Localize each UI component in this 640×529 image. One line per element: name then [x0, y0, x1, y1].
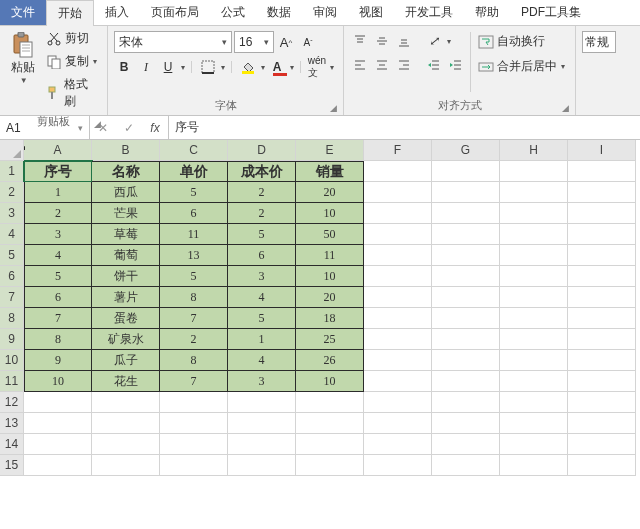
chevron-down-icon[interactable]: ▾ [181, 63, 185, 72]
cell[interactable] [364, 182, 432, 203]
cell[interactable] [568, 161, 636, 182]
paste-button[interactable]: 粘贴 ▼ [6, 28, 41, 88]
cell[interactable]: 1 [228, 329, 296, 350]
cell[interactable] [500, 350, 568, 371]
cell[interactable] [160, 434, 228, 455]
cell[interactable]: 4 [24, 245, 92, 266]
row-header[interactable]: 2 [0, 182, 24, 203]
cell[interactable] [432, 203, 500, 224]
cell[interactable]: 蛋卷 [92, 308, 160, 329]
increase-font-button[interactable]: A^ [276, 32, 296, 52]
align-right-button[interactable] [394, 55, 414, 75]
tab-page-layout[interactable]: 页面布局 [140, 0, 210, 25]
row-header[interactable]: 13 [0, 413, 24, 434]
cell[interactable] [24, 455, 92, 476]
cell[interactable]: 薯片 [92, 287, 160, 308]
cell[interactable] [92, 413, 160, 434]
cell[interactable] [432, 266, 500, 287]
number-format-combo[interactable]: 常规 [582, 31, 616, 53]
copy-button[interactable]: 复制 ▾ [43, 51, 101, 72]
cell[interactable]: 10 [24, 371, 92, 392]
cell[interactable] [432, 329, 500, 350]
cell[interactable] [432, 245, 500, 266]
cell[interactable] [364, 434, 432, 455]
cell[interactable]: 7 [160, 371, 228, 392]
cell[interactable] [500, 287, 568, 308]
accept-formula-button[interactable]: ✓ [116, 121, 142, 135]
cell[interactable]: 芒果 [92, 203, 160, 224]
tab-formulas[interactable]: 公式 [210, 0, 256, 25]
column-header[interactable]: I [568, 140, 636, 161]
cell[interactable] [432, 434, 500, 455]
cell[interactable]: 8 [160, 287, 228, 308]
cell[interactable] [500, 392, 568, 413]
cell[interactable]: 1 [24, 182, 92, 203]
row-header[interactable]: 5 [0, 245, 24, 266]
cell[interactable]: 10 [296, 266, 364, 287]
cell[interactable]: 8 [24, 329, 92, 350]
cell[interactable] [568, 329, 636, 350]
column-header[interactable]: G [432, 140, 500, 161]
cell[interactable] [500, 182, 568, 203]
cell[interactable]: 6 [228, 245, 296, 266]
cell[interactable]: 3 [228, 371, 296, 392]
cell[interactable] [500, 308, 568, 329]
cell[interactable]: 6 [160, 203, 228, 224]
cell[interactable] [364, 224, 432, 245]
cell[interactable] [228, 455, 296, 476]
increase-indent-button[interactable] [446, 55, 466, 75]
cell[interactable] [500, 161, 568, 182]
font-size-combo[interactable]: 16▾ [234, 31, 274, 53]
cell[interactable] [228, 413, 296, 434]
chevron-down-icon[interactable]: ▾ [447, 37, 451, 46]
format-painter-button[interactable]: 格式刷 [43, 74, 101, 112]
cell[interactable] [568, 245, 636, 266]
column-header[interactable]: D [228, 140, 296, 161]
cell[interactable]: 4 [228, 287, 296, 308]
formula-bar[interactable]: 序号 [169, 116, 640, 139]
cell[interactable] [364, 203, 432, 224]
cell[interactable]: 单价 [160, 161, 228, 182]
dialog-launcher-icon[interactable]: ◢ [94, 119, 101, 129]
cell[interactable]: 销量 [296, 161, 364, 182]
cell[interactable]: 饼干 [92, 266, 160, 287]
cell[interactable] [568, 266, 636, 287]
cell[interactable] [364, 329, 432, 350]
row-header[interactable]: 15 [0, 455, 24, 476]
row-header[interactable]: 3 [0, 203, 24, 224]
column-header[interactable]: C [160, 140, 228, 161]
cell[interactable] [500, 203, 568, 224]
cell[interactable]: 葡萄 [92, 245, 160, 266]
cell[interactable] [500, 434, 568, 455]
cell[interactable] [568, 224, 636, 245]
align-middle-button[interactable] [372, 31, 392, 51]
cell[interactable]: 9 [24, 350, 92, 371]
font-color-button[interactable]: A [267, 57, 287, 77]
tab-developer[interactable]: 开发工具 [394, 0, 464, 25]
insert-function-button[interactable]: fx [142, 121, 168, 135]
cell[interactable]: 序号 [24, 161, 92, 182]
cell[interactable] [432, 371, 500, 392]
cell[interactable]: 50 [296, 224, 364, 245]
cell[interactable]: 7 [160, 308, 228, 329]
tab-file[interactable]: 文件 [0, 0, 46, 25]
cell[interactable]: 18 [296, 308, 364, 329]
row-header[interactable]: 6 [0, 266, 24, 287]
cell[interactable]: 10 [296, 203, 364, 224]
cell[interactable] [500, 245, 568, 266]
tab-review[interactable]: 审阅 [302, 0, 348, 25]
cell[interactable] [432, 455, 500, 476]
cell[interactable] [568, 392, 636, 413]
cell[interactable] [568, 308, 636, 329]
cell[interactable] [432, 161, 500, 182]
bold-button[interactable]: B [114, 57, 134, 77]
row-header[interactable]: 14 [0, 434, 24, 455]
tab-home[interactable]: 开始 [46, 0, 94, 26]
cell[interactable]: 3 [228, 266, 296, 287]
cell[interactable] [24, 392, 92, 413]
cell[interactable] [296, 413, 364, 434]
cell[interactable]: 2 [160, 329, 228, 350]
row-header[interactable]: 11 [0, 371, 24, 392]
wrap-text-button[interactable]: 自动换行 [475, 31, 568, 52]
decrease-font-button[interactable]: Aˇ [298, 32, 318, 52]
